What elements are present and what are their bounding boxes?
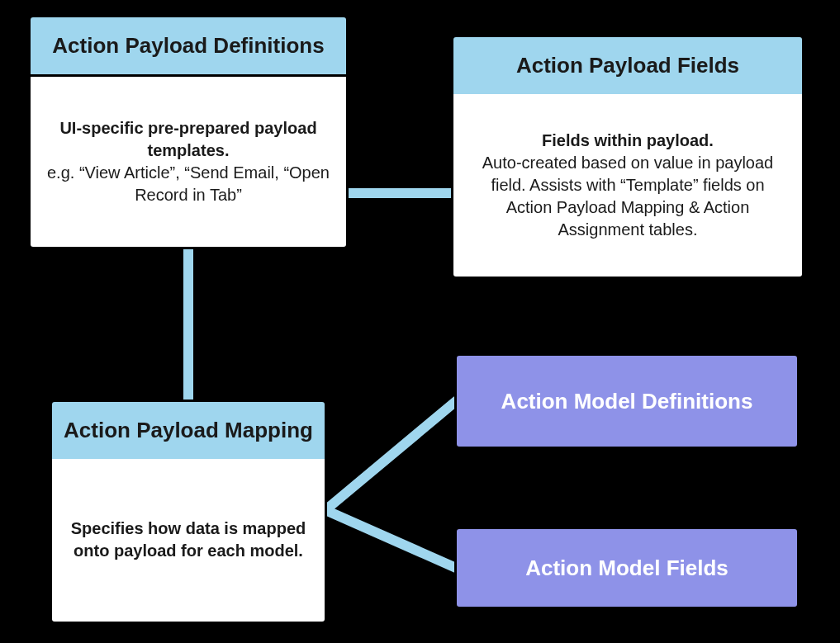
node-lead: UI-specific pre-prepared payload templat…: [47, 117, 330, 162]
node-title: Action Payload Definitions: [31, 17, 346, 77]
node-title: Action Model Fields: [510, 546, 743, 590]
node-lead: Specifies how data is mapped onto payloa…: [69, 518, 308, 562]
node-body: Fields within payload. Auto-created base…: [453, 94, 802, 277]
node-action-model-definitions: Action Model Definitions: [454, 353, 800, 449]
edge-map-mdefs: [325, 401, 456, 510]
node-body: UI-specific pre-prepared payload templat…: [31, 77, 346, 248]
node-detail: e.g. “View Article”, “Send Email, “Open …: [47, 162, 330, 206]
node-action-payload-fields: Action Payload Fields Fields within payl…: [451, 35, 804, 279]
node-lead: Fields within payload.: [477, 130, 779, 152]
node-action-model-fields: Action Model Fields: [454, 527, 800, 609]
node-title: Action Model Definitions: [486, 380, 768, 423]
edge-map-mfields: [325, 510, 456, 568]
node-action-payload-mapping: Action Payload Mapping Specifies how dat…: [50, 400, 327, 624]
node-title: Action Payload Fields: [453, 37, 802, 94]
node-body: Specifies how data is mapped onto payloa…: [52, 459, 325, 622]
node-action-payload-definitions: Action Payload Definitions UI-specific p…: [28, 15, 349, 249]
node-detail: Auto-created based on value in payload f…: [477, 152, 779, 241]
node-title: Action Payload Mapping: [52, 402, 325, 459]
